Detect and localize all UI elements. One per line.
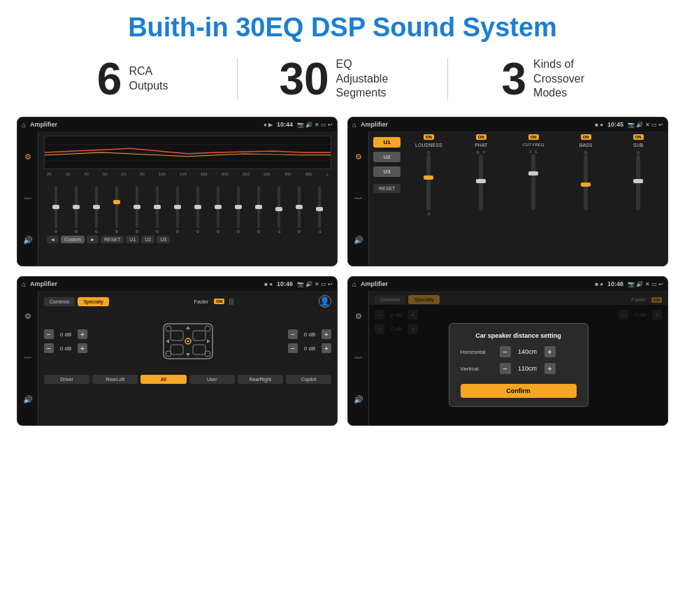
phat-slider[interactable] — [479, 155, 483, 210]
eq-slider-1[interactable]: 0 — [47, 186, 65, 234]
dialog-vertical-plus[interactable]: + — [545, 363, 556, 374]
dialog-horizontal-plus[interactable]: + — [545, 346, 556, 357]
eq-slider-13[interactable]: 0 — [290, 186, 308, 234]
loudness-g-slider[interactable] — [426, 155, 431, 210]
screen-dialog: ⌂ Amplifier ■ ● 10:46 📷 🔊 ✕ ▭ ↩ ⚙ 〰 🔊 Co… — [347, 276, 668, 426]
dot-2: ■ ● — [595, 122, 603, 128]
fader-label: Fader — [194, 299, 208, 305]
stat-eq-number: 30 — [279, 57, 329, 101]
eq-slider-8[interactable]: 0 — [189, 186, 207, 234]
eq-custom-btn[interactable]: Custom — [61, 236, 85, 243]
left-sidebar-4: ⚙ 〰 🔊 — [348, 291, 369, 425]
dialog-vertical-minus[interactable]: − — [500, 363, 511, 374]
screen4-title: Amplifier — [361, 280, 591, 287]
sub-slider[interactable] — [636, 155, 640, 210]
sidebar-eq-icon-2[interactable]: ⚙ — [355, 152, 362, 162]
eq-slider-4[interactable]: 5 — [108, 186, 126, 234]
sidebar-wave-icon-2[interactable]: 〰 — [354, 194, 362, 203]
db-plus-4[interactable]: + — [322, 343, 331, 353]
dot-3: ■ ● — [264, 281, 273, 287]
eq-slider-14[interactable]: -1 — [310, 186, 329, 234]
svg-marker-13 — [166, 339, 169, 343]
db-plus-1[interactable]: + — [78, 329, 87, 339]
status-bar-4: ⌂ Amplifier ■ ● 10:46 📷 🔊 ✕ ▭ ↩ — [348, 277, 668, 291]
sidebar-wave-icon-4[interactable]: 〰 — [354, 354, 362, 362]
sidebar-speaker-icon-2[interactable]: 🔊 — [354, 236, 363, 245]
amp-u2-btn[interactable]: U2 — [373, 152, 401, 162]
svg-rect-8 — [193, 345, 206, 354]
rearright-btn[interactable]: RearRight — [238, 375, 283, 384]
eq-play-btn[interactable]: ► — [87, 236, 99, 243]
home-icon-2[interactable]: ⌂ — [352, 121, 356, 129]
db-minus-2[interactable]: − — [44, 343, 54, 353]
sidebar-speaker-icon-3[interactable]: 🔊 — [23, 395, 33, 404]
db-minus-4[interactable]: − — [288, 343, 298, 353]
bass-slider[interactable] — [584, 155, 588, 210]
eq-u3-btn[interactable]: U3 — [157, 236, 170, 243]
dialog-horizontal-label: Horizontal — [461, 349, 496, 355]
screen-amp: ⌂ Amplifier ■ ● 10:45 📷 🔊 ✕ ▭ ↩ ⚙ 〰 🔊 U1… — [347, 117, 668, 266]
eq-slider-5[interactable]: 0 — [128, 186, 146, 234]
sidebar-speaker-icon[interactable]: 🔊 — [23, 236, 33, 245]
amp-u1-btn[interactable]: U1 — [373, 137, 401, 148]
eq-u2-btn[interactable]: U2 — [141, 236, 154, 243]
dialog-vertical-label: Vertical — [461, 366, 496, 372]
amp-reset-btn[interactable]: RESET — [373, 184, 401, 193]
eq-reset-btn[interactable]: RESET — [101, 236, 124, 243]
rearleft-btn[interactable]: RearLeft — [92, 375, 138, 384]
sidebar-eq-icon[interactable]: ⚙ — [24, 152, 31, 162]
eq-slider-6[interactable]: 0 — [148, 186, 166, 234]
svg-rect-7 — [171, 345, 183, 354]
eq-slider-2[interactable]: 0 — [67, 186, 85, 234]
all-btn[interactable]: All — [140, 375, 186, 384]
eq-slider-3[interactable]: 0 — [87, 186, 106, 234]
db-value-4: 0 dB — [300, 345, 319, 352]
eq-prev-btn[interactable]: ◄ — [47, 236, 59, 243]
home-icon-1[interactable]: ⌂ — [22, 121, 26, 129]
driver-btn[interactable]: Driver — [44, 375, 89, 384]
stat-crossover-number: 3 — [502, 57, 527, 101]
svg-marker-14 — [207, 339, 210, 343]
sidebar-wave-icon-3[interactable]: 〰 — [24, 354, 31, 362]
dialog-vertical-control: − 110cm + — [500, 363, 577, 374]
db-minus-3[interactable]: − — [288, 329, 298, 339]
eq-graph — [44, 136, 331, 169]
db-minus-1[interactable]: − — [44, 329, 54, 339]
db-plus-2[interactable]: + — [78, 343, 87, 353]
db-plus-3[interactable]: + — [322, 329, 331, 339]
stat-crossover: 3 Kinds ofCrossover Modes — [462, 57, 643, 101]
eq-slider-9[interactable]: 0 — [209, 186, 227, 234]
svg-point-10 — [187, 341, 189, 343]
eq-slider-12[interactable]: -1 — [270, 186, 288, 234]
amp-channel-sub: ON SUB G — [613, 134, 663, 263]
eq-slider-7[interactable]: 0 — [168, 186, 187, 234]
specialty-tab[interactable]: Specialty — [78, 297, 108, 306]
home-icon-4[interactable]: ⌂ — [352, 280, 356, 288]
status-icons-2: 📷 🔊 ✕ ▭ ↩ — [628, 122, 663, 128]
eq-slider-10[interactable]: 0 — [229, 186, 247, 234]
stat-crossover-label: Kinds ofCrossover Modes — [533, 57, 603, 101]
common-tab[interactable]: Common — [44, 297, 75, 306]
user-btn[interactable]: User — [189, 375, 235, 384]
screen1-title: Amplifier — [30, 121, 259, 128]
sidebar-eq-icon-3[interactable]: ⚙ — [24, 312, 31, 321]
dialog-vertical-value: 110cm — [514, 365, 542, 372]
amp-channel-cutfreq: ON CUT FREQ F G — [508, 134, 558, 263]
home-icon-3[interactable]: ⌂ — [22, 280, 26, 288]
stat-rca-number: 6 — [97, 57, 122, 101]
sidebar-wave-icon[interactable]: 〰 — [24, 194, 31, 203]
stat-rca-label: RCAOutputs — [129, 64, 168, 94]
cutfreq-slider[interactable] — [531, 154, 535, 210]
confirm-button[interactable]: Confirm — [461, 384, 577, 398]
eq-slider-11[interactable]: 0 — [250, 186, 268, 234]
copilot-btn[interactable]: Copilot — [286, 375, 331, 384]
svg-rect-5 — [171, 331, 183, 341]
dialog-title: Car speaker distance setting — [461, 332, 577, 339]
amp-u3-btn[interactable]: U3 — [373, 166, 401, 177]
screen3-time: 10:46 — [277, 280, 293, 287]
sidebar-speaker-icon-4[interactable]: 🔊 — [354, 395, 363, 404]
sidebar-eq-icon-4[interactable]: ⚙ — [355, 312, 362, 321]
dialog-horizontal-minus[interactable]: − — [500, 346, 511, 357]
settings-icon[interactable]: 👤 — [319, 295, 331, 308]
eq-u1-btn[interactable]: U1 — [126, 236, 139, 243]
